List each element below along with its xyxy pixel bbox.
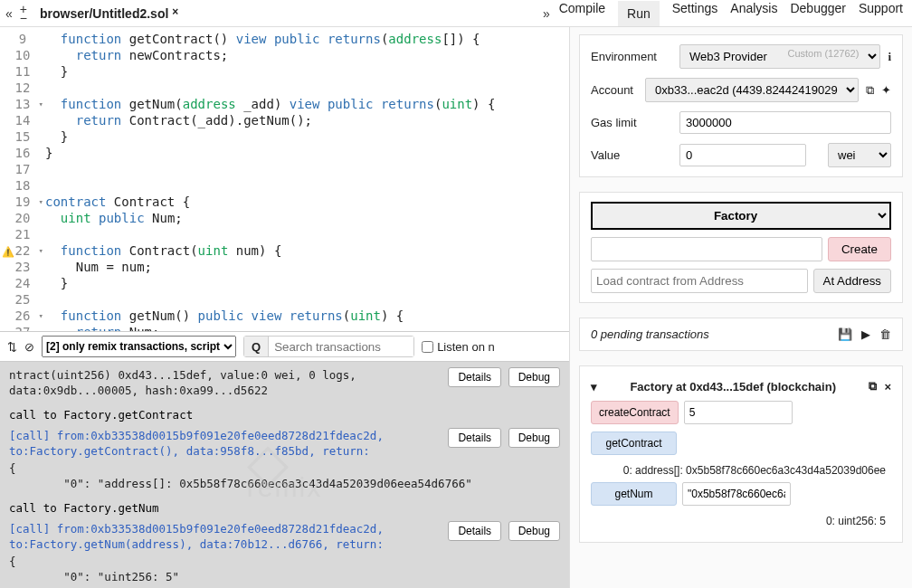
listen-checkbox[interactable]	[422, 341, 433, 353]
tab-close-icon[interactable]: ×	[172, 5, 178, 18]
log-text: ntract(uint256) 0xd43...15def, value:0 w…	[9, 368, 356, 397]
log-text: from:0xb33538d0015b9f091e20fe0eed8728d21…	[9, 429, 384, 458]
debug-button[interactable]: Debug	[508, 428, 560, 448]
add-account-icon[interactable]: ✦	[881, 83, 891, 97]
collapse-right-icon[interactable]: »	[543, 6, 550, 21]
deploy-panel: Factory Create At Address	[579, 192, 903, 303]
gas-limit-label: Gas limit	[591, 116, 672, 129]
env-custom-text: Custom (12762)	[788, 48, 860, 59]
debug-button[interactable]: Debug	[508, 521, 560, 541]
constructor-args-input[interactable]	[591, 237, 822, 261]
search-input[interactable]	[269, 337, 413, 356]
file-tab[interactable]: browser/Untitled2.sol ×	[34, 6, 184, 21]
log-return: { "0": "uint256: 5"	[9, 554, 560, 584]
menu-debugger[interactable]: Debugger	[790, 1, 846, 26]
details-button[interactable]: Details	[448, 367, 501, 387]
copy-icon[interactable]: ⧉	[866, 83, 874, 98]
code-editor[interactable]: 9 function getContract() view public ret…	[0, 27, 569, 331]
gas-limit-input[interactable]	[679, 111, 891, 134]
copy-icon[interactable]: ⧉	[869, 379, 877, 394]
menu-run[interactable]: Run	[618, 1, 660, 26]
log-call-tag: [call]	[9, 522, 50, 536]
trash-icon[interactable]: 🗑	[879, 327, 891, 341]
pending-transactions-panel: 0 pending transactions 💾 ▶ 🗑	[579, 318, 903, 351]
info-icon[interactable]: i	[888, 50, 891, 64]
log-text: from:0xb33538d0015b9f091e20fe0eed8728d21…	[9, 522, 384, 551]
log-call-tag: [call]	[9, 429, 50, 442]
get-contract-return: 0: address[]: 0x5b58f78c660ec6a3c43d4a52…	[591, 462, 891, 482]
menu-settings[interactable]: Settings	[672, 1, 718, 26]
details-button[interactable]: Details	[448, 428, 501, 448]
clear-console-icon[interactable]: ⊘	[24, 340, 34, 354]
create-contract-input[interactable]	[684, 401, 793, 424]
value-input[interactable]	[679, 144, 806, 166]
debug-button[interactable]: Debug	[508, 367, 560, 387]
at-address-button[interactable]: At Address	[813, 269, 891, 293]
close-icon[interactable]: ×	[884, 380, 891, 394]
get-num-button[interactable]: getNum	[591, 482, 677, 506]
console-toolbar: ⇅ ⊘ [2] only remix transactions, script …	[0, 331, 569, 362]
environment-panel: Environment Web3 Provider Custom (12762)…	[579, 34, 903, 177]
save-icon[interactable]: 💾	[838, 327, 852, 341]
chevron-down-icon[interactable]: ▾	[591, 380, 597, 394]
get-num-return: 0: uint256: 5	[591, 513, 891, 533]
listen-checkbox-label: Listen on n	[422, 340, 495, 354]
play-icon[interactable]: ▶	[861, 327, 870, 341]
log-return: { "0": "address[]: 0x5b58f78c660ec6a3c43…	[9, 460, 560, 491]
details-button[interactable]: Details	[448, 521, 501, 541]
pending-text: 0 pending transactions	[591, 327, 709, 341]
menu-analysis[interactable]: Analysis	[730, 1, 777, 26]
main-menu: Compile Run Settings Analysis Debugger S…	[559, 1, 912, 26]
log-header: call to Factory.getContract	[9, 407, 560, 422]
menu-support[interactable]: Support	[859, 1, 903, 26]
value-unit-select[interactable]: wei	[828, 143, 891, 167]
topbar: « + − browser/Untitled2.sol × » Compile …	[0, 0, 912, 27]
console-filter[interactable]: [2] only remix transactions, script	[42, 336, 236, 357]
account-label: Account	[591, 83, 638, 97]
get-contract-button[interactable]: getContract	[591, 432, 677, 455]
contract-select[interactable]: Factory	[591, 202, 891, 230]
contract-instance-panel: ▾ Factory at 0xd43...15def (blockchain) …	[579, 365, 903, 543]
account-select[interactable]: 0xb33...eac2d (4439.82442419029	[645, 78, 859, 102]
environment-label: Environment	[591, 50, 672, 63]
log-header: call to Factory.getNum	[9, 500, 560, 516]
create-contract-button[interactable]: createContract	[591, 401, 679, 424]
create-button[interactable]: Create	[828, 237, 891, 261]
expand-console-icon[interactable]: ⇅	[7, 340, 17, 354]
search-icon[interactable]: Q	[244, 337, 269, 356]
zoom-out-icon[interactable]: −	[20, 14, 27, 23]
collapse-left-icon[interactable]: «	[5, 6, 13, 21]
console[interactable]: ◇remix Details Debug ntract(uint256) 0xd…	[0, 362, 569, 588]
value-label: Value	[591, 148, 672, 162]
menu-compile[interactable]: Compile	[559, 1, 605, 26]
instance-title: Factory at 0xd43...15def (blockchain)	[604, 380, 861, 394]
get-num-input[interactable]	[682, 482, 791, 506]
load-address-input[interactable]	[591, 269, 808, 293]
